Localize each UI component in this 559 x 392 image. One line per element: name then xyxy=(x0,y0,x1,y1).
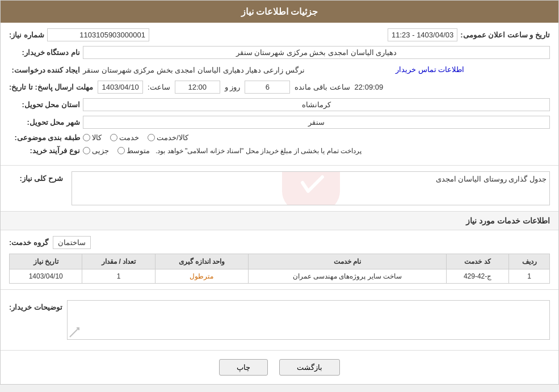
deadline-label: مهلت ارسال پاسخ: تا تاریخ: xyxy=(9,83,93,91)
process-motavase[interactable]: متوسط xyxy=(117,146,150,155)
cell-name: ساخت سایر پروژه‌های مهندسی عمران xyxy=(249,269,447,284)
category-label: طبقه بندی موضوعی: xyxy=(9,133,83,142)
cell-unit: مترطول xyxy=(155,269,248,284)
table-header-date: تاریخ نیاز xyxy=(10,254,82,269)
buttons-row: بازگشت چاپ xyxy=(1,351,558,384)
day-label: روز و xyxy=(225,83,241,91)
process-motavase-label: متوسط xyxy=(127,146,150,155)
back-button[interactable]: بازگشت xyxy=(279,359,340,376)
summary-value: جدول گذاری روستای الیاسان امجدی xyxy=(75,175,547,183)
buyer-name-value: دهیاری الیاسان امجدی بخش مرکزی شهرستان س… xyxy=(83,46,550,59)
date-value: 1403/04/03 - 11:23 xyxy=(388,28,457,41)
process-motavase-radio[interactable] xyxy=(117,147,125,154)
table-header-code: کد خدمت xyxy=(446,254,509,269)
table-header-qty: تعداد / مقدار xyxy=(82,254,155,269)
process-label: نوع فرآیند خرید: xyxy=(9,146,83,155)
city-value: سنقر xyxy=(83,116,550,129)
category-kala-radio[interactable] xyxy=(83,134,90,141)
table-header-name: نام خدمت xyxy=(249,254,447,269)
buyer-name-label: نام دستگاه خریدار: xyxy=(9,48,83,57)
creator-label: ایجاد کننده درخواست: xyxy=(9,66,83,74)
deadline-time-value: 12:00 xyxy=(175,81,220,94)
table-row: 1 ج-42-429 ساخت سایر پروژه‌های مهندسی عم… xyxy=(10,269,550,284)
province-value: کرمانشاه xyxy=(83,98,550,111)
category-khadamat-radio[interactable] xyxy=(110,134,117,141)
service-table: ردیف کد خدمت نام خدمت واحد اندازه گیری ت… xyxy=(9,254,550,284)
category-kala[interactable]: کالا xyxy=(83,133,102,142)
category-kala-khadamat-label: کالا/خدمت xyxy=(157,133,188,142)
remaining-label: ساعت باقی مانده xyxy=(295,83,350,91)
deadline-days-value: 6 xyxy=(245,81,290,94)
buyer-desc-label: توضیحات خریدار: xyxy=(9,300,67,311)
category-kala-khadamat[interactable]: کالا/خدمت xyxy=(148,133,188,142)
request-number-label: شماره نیاز: xyxy=(9,31,44,39)
deadline-date-value: 1403/04/10 xyxy=(98,81,143,94)
table-header-row: ردیف xyxy=(509,254,550,269)
category-khadamat-label: خدمت xyxy=(119,133,139,142)
services-section-title: اطلاعات خدمات مورد نیاز xyxy=(1,212,558,230)
print-button[interactable]: چاپ xyxy=(219,359,268,376)
group-value: ساختمان xyxy=(53,236,91,249)
category-kala-khadamat-radio[interactable] xyxy=(148,134,155,141)
province-label: استان محل تحویل: xyxy=(9,100,83,109)
process-jozii-radio[interactable] xyxy=(83,147,90,154)
summary-label: شرح کلی نیاز: xyxy=(9,171,66,183)
request-number-value: 1103105903000001 xyxy=(47,28,149,41)
creator-value: نرگس زارعی دهیار دهیاری الیاسان امجدی بخ… xyxy=(83,66,305,74)
table-header-unit: واحد اندازه گیری xyxy=(155,254,248,269)
category-khadamat[interactable]: خدمت xyxy=(110,133,139,142)
remaining-time: 22:09:09 xyxy=(355,83,384,91)
category-kala-label: کالا xyxy=(92,133,102,142)
page-title: جزئیات اطلاعات نیاز xyxy=(241,7,318,16)
cell-row: 1 xyxy=(509,269,550,284)
city-label: شهر محل تحویل: xyxy=(9,118,83,127)
svg-text:AnaT: AnaT xyxy=(302,199,319,205)
process-note: پرداخت تمام یا بخشی از مبلغ خریداز محل "… xyxy=(155,147,362,155)
cell-code: ج-42-429 xyxy=(446,269,509,284)
group-label: گروه خدمت: xyxy=(9,238,48,247)
page-header: جزئیات اطلاعات نیاز xyxy=(1,1,558,23)
process-jozii[interactable]: جزیی xyxy=(83,146,109,155)
date-label: تاریخ و ساعت اعلان عمومی: xyxy=(460,31,550,39)
contact-link[interactable]: اطلاعات تماس خریدار xyxy=(310,64,550,76)
cell-date: 1403/04/10 xyxy=(10,269,82,284)
cell-qty: 1 xyxy=(82,269,155,284)
time-label: ساعت: xyxy=(148,83,170,91)
process-jozii-label: جزیی xyxy=(92,146,109,155)
